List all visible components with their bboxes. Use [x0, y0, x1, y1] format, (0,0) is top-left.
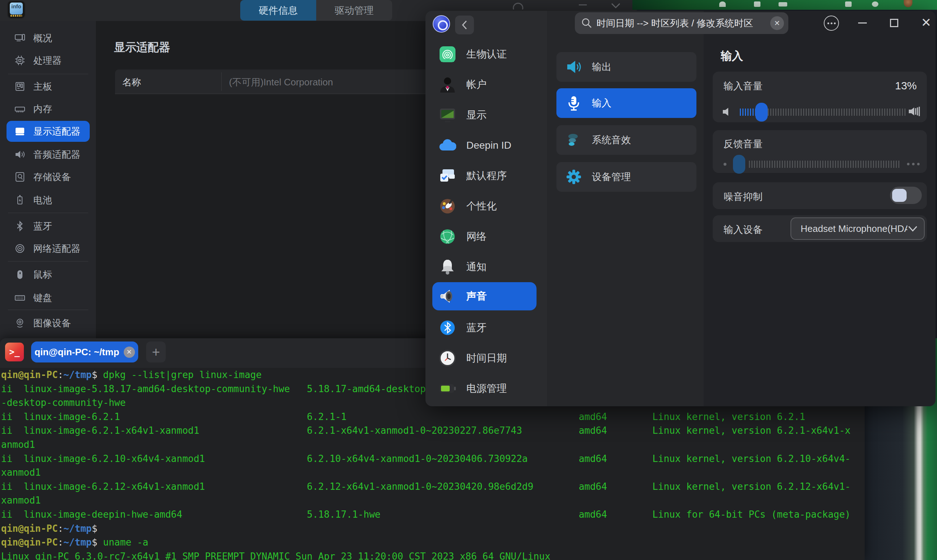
personalization-icon: [439, 197, 456, 215]
name-value: (不可用)Intel Corporation: [229, 76, 333, 89]
tab-hardware-info[interactable]: 硬件信息: [240, 0, 316, 21]
noise-reduction-toggle[interactable]: [890, 187, 922, 204]
terminal-tab[interactable]: qin@qin-PC: ~/tmp ✕: [31, 342, 138, 363]
terminal-line: xanmod1: [1, 494, 865, 508]
datetime-clock-icon: [439, 349, 456, 367]
notification-tray-icon[interactable]: [872, 2, 879, 7]
feedback-volume-slider[interactable]: [749, 161, 901, 168]
device-manage-gear-icon: [566, 169, 582, 185]
menu-item-bluetooth[interactable]: 蓝牙: [432, 314, 537, 342]
input-mic-icon: [566, 95, 582, 111]
sidebar-item-display-adapter[interactable]: 显示适配器: [6, 121, 90, 142]
submenu-input[interactable]: 输入: [556, 88, 696, 118]
menu-item-datetime[interactable]: 时间日期: [432, 344, 537, 372]
divider: [8, 310, 88, 310]
sidebar-item-battery[interactable]: 电池: [6, 189, 90, 211]
volume-low-icon: [722, 107, 731, 117]
menu-item-display[interactable]: 显示: [432, 101, 537, 129]
sidebar-item-memory[interactable]: 内存: [6, 98, 90, 119]
default-apps-icon: [439, 167, 456, 185]
audio-adapter-icon: [14, 149, 25, 160]
terminal-line: ii linux-image-6.2.1 6.2.1-1 amd64 Linux…: [1, 410, 865, 424]
tab-driver-manage[interactable]: 驱动管理: [316, 0, 392, 21]
hwinfo-app-icon[interactable]: info: [8, 1, 25, 18]
user-avatar[interactable]: [904, 0, 912, 7]
network-adapter-icon: [14, 243, 25, 254]
terminal-line: ii linux-image-deepin-hwe-amd64 5.18.17.…: [1, 508, 865, 522]
name-header: 名称: [122, 76, 141, 89]
system-sound-icon: [566, 132, 582, 148]
input-device-card: 输入设备 Headset Microphone(HDA I⋯: [713, 215, 927, 242]
chevron-left-icon: [460, 20, 469, 31]
notification-bell-icon: [439, 258, 456, 275]
submenu-system-sound[interactable]: 系统音效: [556, 125, 696, 155]
feedback-volume-handle[interactable]: [733, 155, 745, 174]
input-volume-slider[interactable]: [740, 109, 906, 116]
back-button[interactable]: [455, 15, 474, 34]
noise-reduction-label: 噪音抑制: [723, 190, 763, 203]
sidebar-item-bluetooth[interactable]: 蓝牙: [6, 215, 90, 237]
new-tab-button[interactable]: +: [146, 342, 166, 363]
sidebar-item-keyboard[interactable]: 键盘: [6, 287, 90, 308]
motherboard-icon: [14, 81, 25, 92]
menu-item-sound[interactable]: 声音: [432, 282, 537, 311]
window-menu-button[interactable]: [824, 15, 839, 31]
search-value: 时间日期 --> 时区列表 / 修改系统时区: [597, 17, 770, 30]
sidebar-item-network-adapter[interactable]: 网络适配器: [6, 238, 90, 259]
panel-title: 输入: [721, 48, 743, 64]
bluetooth-icon: [14, 221, 25, 232]
menu-item-personalization[interactable]: 个性化: [432, 192, 537, 220]
sidebar-item-camera[interactable]: 图像设备: [6, 312, 90, 334]
terminal-tab-title: qin@qin-PC: ~/tmp: [34, 346, 119, 358]
overflow-dot: [907, 163, 909, 165]
menu-item-deepin-id[interactable]: Deepin ID: [432, 131, 537, 160]
network-icon: [439, 228, 456, 245]
menu-item-notification[interactable]: 通知: [432, 253, 537, 281]
maximize-button[interactable]: [890, 19, 898, 27]
menu-item-default-apps[interactable]: 默认程序: [432, 162, 537, 190]
menu-item-accounts[interactable]: 帐户: [432, 71, 537, 99]
menu-item-power[interactable]: 电源管理: [432, 374, 537, 403]
toggle-knob: [892, 189, 906, 202]
input-volume-value: 13%: [895, 80, 917, 92]
bluetooth-icon: [439, 319, 456, 337]
terminal-line: xanmod1: [1, 466, 865, 480]
close-button[interactable]: ✕: [919, 15, 933, 30]
overflow-dot: [912, 163, 915, 165]
input-method-tray-icon[interactable]: [845, 2, 852, 7]
sidebar-item-cpu[interactable]: 处理器: [6, 50, 90, 71]
input-volume-handle[interactable]: [755, 103, 768, 122]
biometric-icon: [439, 46, 456, 63]
sidebar-item-motherboard[interactable]: 主板: [6, 76, 90, 97]
accounts-icon: [439, 76, 456, 93]
overflow-dot: [917, 163, 920, 165]
power-battery-icon: [439, 380, 456, 397]
menu-item-network[interactable]: 网络: [432, 223, 537, 251]
minimize-button[interactable]: [858, 22, 867, 23]
mouse-icon: [14, 269, 25, 280]
sidebar-item-audio-adapter[interactable]: 音频适配器: [6, 144, 90, 165]
divider: [8, 213, 88, 213]
sound-tray-icon[interactable]: [754, 2, 760, 7]
battery-icon: [14, 195, 25, 206]
input-device-dropdown[interactable]: Headset Microphone(HDA I⋯: [791, 217, 925, 240]
network-tray-icon[interactable]: [719, 2, 726, 7]
terminal-line: anmod1: [1, 438, 865, 452]
submenu-device-manage[interactable]: 设备管理: [556, 162, 696, 192]
feedback-volume-label: 反馈音量: [723, 137, 763, 151]
submenu-output[interactable]: 输出: [556, 52, 696, 82]
minimize-icon: [579, 5, 587, 5]
deepin-id-cloud-icon: [439, 137, 456, 154]
search-icon: [512, 1, 525, 9]
sidebar-item-overview[interactable]: 概况: [6, 28, 90, 48]
control-center-window: 时间日期 --> 时区列表 / 修改系统时区 ✕ ✕ 生物认证 帐户 显示: [425, 11, 935, 406]
menu-item-biometric[interactable]: 生物认证: [432, 40, 537, 68]
sidebar-item-mouse[interactable]: 鼠标: [6, 264, 90, 285]
sidebar-item-storage[interactable]: 存储设备: [6, 166, 90, 188]
storage-icon: [14, 171, 25, 182]
search-input[interactable]: 时间日期 --> 时区列表 / 修改系统时区 ✕: [575, 12, 788, 34]
battery-tray-icon[interactable]: [779, 2, 787, 6]
clear-search-icon[interactable]: ✕: [770, 16, 784, 30]
volume-high-icon: [908, 106, 920, 117]
tab-close-icon[interactable]: ✕: [124, 346, 135, 358]
